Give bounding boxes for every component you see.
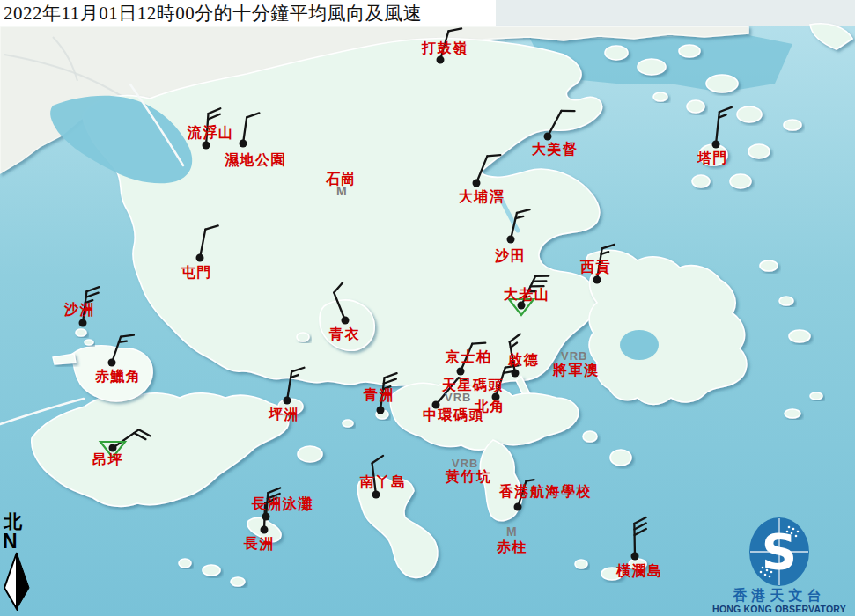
station-marker[interactable] bbox=[544, 111, 575, 141]
station-marker[interactable] bbox=[79, 287, 100, 326]
station-marker[interactable] bbox=[457, 343, 486, 376]
station-dot[interactable] bbox=[342, 317, 350, 325]
station-marker[interactable] bbox=[507, 209, 530, 243]
station-marker[interactable] bbox=[514, 480, 534, 510]
station-dot[interactable] bbox=[261, 526, 269, 534]
station-marker[interactable] bbox=[432, 378, 467, 408]
title-bar: 2022年11月01日12時00分的十分鐘平均風向及風速 bbox=[0, 0, 496, 26]
station-dot[interactable] bbox=[631, 553, 639, 561]
station-dot[interactable] bbox=[544, 133, 552, 141]
station-dot[interactable] bbox=[512, 370, 520, 378]
station-dot[interactable] bbox=[593, 276, 601, 284]
station-marker[interactable] bbox=[509, 275, 549, 315]
station-dot[interactable] bbox=[457, 368, 465, 376]
station-marker[interactable] bbox=[437, 28, 462, 63]
station-marker[interactable] bbox=[473, 155, 501, 187]
station-dot[interactable] bbox=[203, 142, 210, 150]
hko-logo-cjk: 香港天文台 bbox=[709, 588, 850, 604]
station-marker[interactable] bbox=[108, 335, 134, 367]
station-marker[interactable] bbox=[203, 108, 221, 149]
map-title: 2022年11月01日12時00分的十分鐘平均風向及風速 bbox=[0, 1, 422, 26]
station-marker[interactable] bbox=[372, 456, 384, 499]
station-dot[interactable] bbox=[372, 491, 380, 499]
station-marker[interactable] bbox=[240, 113, 260, 147]
station-marker[interactable] bbox=[593, 245, 615, 284]
station-dot[interactable] bbox=[240, 140, 247, 148]
station-dot[interactable] bbox=[377, 407, 385, 414]
north-cjk-label: 北 bbox=[2, 512, 37, 532]
station-dot[interactable] bbox=[109, 444, 117, 452]
station-dot[interactable] bbox=[284, 397, 291, 405]
station-dot[interactable] bbox=[196, 254, 204, 262]
hko-logo-icon: S bbox=[747, 516, 812, 588]
station-dot[interactable] bbox=[518, 302, 526, 310]
station-marker[interactable] bbox=[334, 282, 349, 324]
station-dot[interactable] bbox=[262, 513, 270, 521]
station-dot[interactable] bbox=[507, 236, 515, 244]
station-dot[interactable] bbox=[108, 359, 116, 367]
station-dot[interactable] bbox=[712, 141, 720, 149]
hko-logo-en: HONG KONG OBSERVATORY bbox=[709, 604, 850, 614]
station-marker[interactable] bbox=[284, 368, 305, 405]
station-dot[interactable] bbox=[473, 180, 481, 187]
station-marker[interactable] bbox=[196, 225, 218, 261]
station-dot[interactable] bbox=[432, 401, 440, 409]
station-dot[interactable] bbox=[492, 393, 500, 401]
hko-logo: S 香港天文台 HONG KONG OBSERVATORY bbox=[709, 516, 850, 614]
north-letter: N bbox=[2, 532, 37, 551]
station-dot[interactable] bbox=[514, 503, 522, 511]
station-marker[interactable] bbox=[510, 334, 520, 378]
compass-arrow-icon bbox=[2, 551, 33, 611]
station-dot[interactable] bbox=[437, 56, 445, 64]
station-dot[interactable] bbox=[79, 319, 87, 327]
station-marker[interactable] bbox=[377, 373, 397, 414]
station-marker[interactable] bbox=[631, 517, 646, 561]
station-marker[interactable] bbox=[100, 429, 151, 458]
wind-map-screen: 打鼓嶺流浮山濕地公園石崗M大美督塔門大埔滘沙田西貢大老山屯門沙洲赤鱲角青衣京士柏… bbox=[0, 0, 855, 616]
north-indicator: 北 N bbox=[2, 512, 37, 614]
station-marker[interactable] bbox=[712, 107, 732, 149]
